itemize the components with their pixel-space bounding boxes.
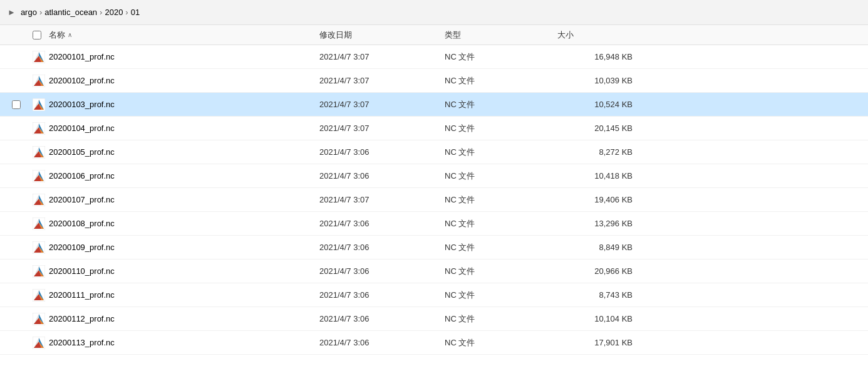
matlab-file-icon [33,51,45,63]
file-size: 20,145 KB [551,123,645,133]
table-row[interactable]: 20200113_prof.nc2021/4/7 3:06NC 文件17,901… [0,331,868,355]
breadcrumb-sep-3: › [125,8,128,17]
file-date: 2021/4/7 3:07 [313,100,438,109]
file-date: 2021/4/7 3:07 [313,123,438,133]
matlab-file-icon [33,194,45,206]
table-row[interactable]: 20200102_prof.nc2021/4/7 3:07NC 文件10,039… [0,69,868,93]
table-row[interactable]: 20200110_prof.nc2021/4/7 3:06NC 文件20,966… [0,260,868,283]
matlab-file-icon [33,122,45,135]
file-name-text: 20200102_prof.nc [49,76,115,85]
breadcrumb-item-2020[interactable]: 2020 [105,8,123,17]
column-header-date[interactable]: 修改日期 [313,29,438,41]
file-size: 8,743 KB [551,290,645,300]
column-header-size[interactable]: 大小 [551,29,645,41]
file-size: 19,406 KB [551,195,645,204]
file-date: 2021/4/7 3:06 [313,219,438,228]
table-row[interactable]: 20200108_prof.nc2021/4/7 3:06NC 文件13,296… [0,212,868,236]
file-size: 10,524 KB [551,100,645,109]
column-name-label: 名称 [49,29,65,41]
table-row[interactable]: 20200112_prof.nc2021/4/7 3:06NC 文件10,104… [0,307,868,331]
file-name-text: 20200104_prof.nc [49,123,115,133]
table-row[interactable]: 20200111_prof.nc2021/4/7 3:06NC 文件8,743 … [0,283,868,307]
file-type: NC 文件 [438,337,551,349]
matlab-file-icon [33,313,45,325]
matlab-file-icon [33,337,45,349]
table-row[interactable]: 20200106_prof.nc2021/4/7 3:06NC 文件10,418… [0,164,868,188]
file-date: 2021/4/7 3:07 [313,195,438,204]
breadcrumb-item-argo[interactable]: argo [21,8,37,17]
file-size: 10,418 KB [551,171,645,181]
matlab-file-icon [33,241,45,254]
select-all-checkbox[interactable] [33,31,41,39]
file-name-text: 20200113_prof.nc [49,338,115,347]
file-type: NC 文件 [438,290,551,301]
breadcrumb: ► argo › atlantic_ocean › 2020 › 01 [0,0,868,25]
row-checkbox-col [0,100,33,109]
file-size: 20,966 KB [551,266,645,276]
row-checkbox[interactable] [12,100,21,109]
file-name-col: 20200109_prof.nc [33,241,313,254]
matlab-file-icon [33,146,45,159]
file-date: 2021/4/7 3:06 [313,314,438,323]
file-type: NC 文件 [438,51,551,63]
file-name-text: 20200112_prof.nc [49,314,115,323]
file-date: 2021/4/7 3:06 [313,171,438,181]
file-list: 20200101_prof.nc2021/4/7 3:07NC 文件16,948… [0,45,868,388]
file-date: 2021/4/7 3:06 [313,147,438,157]
file-name-col: 20200113_prof.nc [33,337,313,349]
matlab-file-icon [33,289,45,301]
file-name-col: 20200102_prof.nc [33,75,313,87]
file-type: NC 文件 [438,242,551,253]
breadcrumb-arrow: ► [8,8,16,17]
breadcrumb-item-atlantic-ocean[interactable]: atlantic_ocean [44,8,97,17]
file-name-text: 20200101_prof.nc [49,52,115,61]
file-type: NC 文件 [438,123,551,134]
file-date: 2021/4/7 3:07 [313,52,438,61]
file-name-col: 20200105_prof.nc [33,146,313,159]
file-size: 17,901 KB [551,338,645,347]
file-name-col: 20200104_prof.nc [33,122,313,135]
table-row[interactable]: 20200101_prof.nc2021/4/7 3:07NC 文件16,948… [0,45,868,69]
matlab-file-icon [33,170,45,182]
breadcrumb-sep-1: › [39,8,42,17]
file-date: 2021/4/7 3:06 [313,243,438,252]
file-type: NC 文件 [438,266,551,277]
column-header-row: 名称 ∧ 修改日期 类型 大小 [0,25,868,45]
file-size: 10,039 KB [551,76,645,85]
table-row[interactable]: 20200104_prof.nc2021/4/7 3:07NC 文件20,145… [0,117,868,140]
sort-arrow-icon: ∧ [68,31,72,38]
file-date: 2021/4/7 3:06 [313,338,438,347]
file-type: NC 文件 [438,75,551,87]
breadcrumb-item-01[interactable]: 01 [131,8,140,17]
file-type: NC 文件 [438,147,551,158]
file-date: 2021/4/7 3:06 [313,266,438,276]
file-name-text: 20200111_prof.nc [49,290,115,300]
file-name-col: 20200110_prof.nc [33,265,313,278]
file-type: NC 文件 [438,313,551,325]
matlab-file-icon [33,98,45,111]
file-date: 2021/4/7 3:07 [313,76,438,85]
table-row[interactable]: 20200103_prof.nc2021/4/7 3:07NC 文件10,524… [0,93,868,117]
file-name-text: 20200109_prof.nc [49,243,115,252]
file-type: NC 文件 [438,170,551,182]
file-name-text: 20200107_prof.nc [49,195,115,204]
file-name-text: 20200110_prof.nc [49,266,115,276]
table-row[interactable]: 20200109_prof.nc2021/4/7 3:06NC 文件8,849 … [0,236,868,260]
file-name-col: 20200103_prof.nc [33,98,313,111]
file-name-col: 20200112_prof.nc [33,313,313,325]
file-type: NC 文件 [438,218,551,229]
table-row[interactable]: 20200105_prof.nc2021/4/7 3:06NC 文件8,272 … [0,140,868,164]
table-row[interactable]: 20200107_prof.nc2021/4/7 3:07NC 文件19,406… [0,188,868,212]
matlab-file-icon [33,218,45,230]
file-name-col: 20200101_prof.nc [33,51,313,63]
file-name-col: 20200106_prof.nc [33,170,313,182]
column-header-name[interactable]: 名称 ∧ [0,29,313,41]
file-name-col: 20200111_prof.nc [33,289,313,301]
file-size: 8,272 KB [551,147,645,157]
file-name-text: 20200103_prof.nc [49,100,115,109]
file-name-col: 20200108_prof.nc [33,218,313,230]
file-size: 16,948 KB [551,52,645,61]
column-header-type[interactable]: 类型 [438,29,551,41]
file-size: 13,296 KB [551,219,645,228]
matlab-file-icon [33,265,45,278]
